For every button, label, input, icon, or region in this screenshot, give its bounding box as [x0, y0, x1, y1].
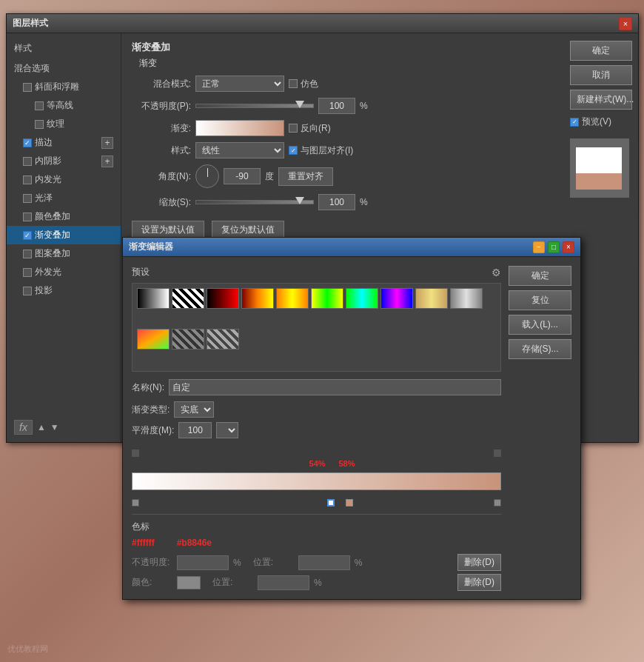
color-delete-button[interactable]: 删除(D) — [457, 574, 501, 591]
pattern-overlay-checkbox[interactable] — [23, 250, 32, 258]
preview-checkbox[interactable]: ✓ — [570, 118, 579, 127]
preset-yellow-green[interactable] — [311, 288, 343, 309]
preset-black-red[interactable] — [207, 288, 239, 309]
stroke-plus-button[interactable]: + — [101, 137, 113, 149]
opacity-stops-row — [132, 447, 501, 459]
ge-load-button[interactable]: 载入(L)... — [509, 315, 571, 335]
gradient-row: 渐变: 反向(R) — [132, 120, 554, 136]
cancel-button[interactable]: 取消 — [570, 65, 632, 85]
sub-section-title: 渐变 — [132, 57, 554, 70]
stroke-checkbox[interactable]: ✓ — [23, 138, 32, 147]
maximize-button[interactable]: □ — [548, 241, 560, 253]
opacity-stop-left[interactable] — [132, 449, 139, 457]
new-style-button[interactable]: 新建样式(W)... — [570, 90, 632, 110]
fx-button[interactable]: fx — [14, 420, 33, 435]
inner-shadow-checkbox[interactable] — [23, 157, 32, 166]
opacity-delete-button[interactable]: 删除(D) — [457, 554, 501, 571]
contour-label: 等高线 — [47, 99, 73, 112]
preset-blue-purple[interactable] — [380, 288, 413, 309]
inner-shadow-plus-button[interactable]: + — [101, 156, 113, 167]
satin-checkbox[interactable] — [23, 194, 32, 203]
ge-save-button[interactable]: 存储(S)... — [509, 339, 571, 359]
opacity-pos-label: 位置: — [253, 556, 294, 569]
ge-ok-button[interactable]: 确定 — [509, 266, 571, 286]
angle-control[interactable] — [195, 164, 219, 188]
type-select[interactable]: 实底 — [174, 401, 214, 418]
outer-glow-checkbox[interactable] — [23, 268, 32, 277]
smooth-unit-select[interactable]: % — [216, 422, 238, 438]
align-checkbox[interactable]: ✓ — [289, 146, 298, 155]
color-stop-right[interactable] — [494, 499, 501, 506]
name-input[interactable] — [169, 379, 501, 395]
sidebar-item-contour[interactable]: 等高线 — [7, 96, 121, 115]
minimize-button[interactable]: − — [533, 241, 545, 253]
inner-glow-label: 内发光 — [35, 173, 61, 186]
preset-cyan[interactable] — [346, 288, 378, 309]
scale-slider[interactable] — [195, 200, 314, 204]
move-down-button[interactable]: ▼ — [50, 422, 59, 432]
gradient-editor-close-button[interactable]: × — [563, 241, 574, 253]
dither-checkbox[interactable] — [289, 79, 298, 88]
sidebar-item-color-overlay[interactable]: 颜色叠加 — [7, 207, 121, 226]
preset-bw[interactable] — [137, 288, 170, 309]
preset-orange-yellow[interactable] — [276, 288, 309, 309]
sidebar-item-inner-glow[interactable]: 内发光 — [7, 170, 121, 189]
layer-style-close-button[interactable]: × — [619, 17, 632, 30]
gear-icon[interactable]: ⚙ — [492, 267, 501, 278]
color-overlay-checkbox[interactable] — [23, 213, 32, 221]
sidebar-item-bevel[interactable]: 斜面和浮雕 — [7, 78, 121, 96]
sidebar-item-gradient-overlay[interactable]: ✓ 渐变叠加 — [7, 226, 121, 244]
smooth-input[interactable] — [178, 422, 212, 438]
sidebar-item-drop-shadow[interactable]: 投影 — [7, 281, 121, 300]
gradient-swatch[interactable] — [195, 120, 284, 136]
bevel-checkbox[interactable] — [23, 83, 32, 92]
preset-silver[interactable] — [450, 288, 483, 309]
opacity-prop-input[interactable] — [177, 555, 229, 570]
gradient-bar[interactable] — [132, 472, 501, 490]
opacity-stop-right[interactable] — [494, 449, 501, 457]
preset-warm[interactable] — [241, 288, 274, 309]
preview-box — [570, 138, 629, 198]
blend-mode-row: 混合模式: 正常 仿色 — [132, 76, 554, 92]
style-select[interactable]: 线性 — [195, 142, 284, 158]
inner-glow-checkbox[interactable] — [23, 175, 32, 184]
presets-label: 预设 — [132, 266, 150, 278]
drop-shadow-checkbox[interactable] — [23, 287, 32, 295]
preset-gold[interactable] — [415, 288, 448, 309]
opacity-input[interactable] — [318, 98, 355, 114]
sidebar-item-texture[interactable]: 纹理 — [7, 115, 121, 133]
preset-transparent[interactable] — [172, 288, 204, 309]
blend-mode-select[interactable]: 正常 — [195, 76, 284, 92]
texture-checkbox[interactable] — [35, 120, 44, 129]
preset-stripe[interactable] — [172, 329, 204, 350]
reset-align-button[interactable]: 重置对齐 — [278, 167, 333, 186]
ge-reset-button[interactable]: 复位 — [509, 290, 571, 310]
color-stop-mid2[interactable] — [346, 499, 353, 506]
scale-input[interactable] — [318, 194, 355, 210]
opacity-pos-input[interactable] — [298, 555, 350, 570]
color-swatch[interactable] — [177, 576, 201, 589]
reverse-checkbox[interactable] — [289, 124, 298, 133]
scale-thumb[interactable] — [295, 197, 304, 204]
sidebar-item-stroke[interactable]: ✓ 描边 + — [7, 133, 121, 152]
ok-button[interactable]: 确定 — [570, 41, 632, 61]
angle-input[interactable] — [224, 168, 261, 184]
gradient-overlay-checkbox[interactable]: ✓ — [23, 231, 32, 240]
opacity-thumb[interactable] — [295, 101, 304, 108]
contour-checkbox[interactable] — [35, 101, 44, 110]
sidebar-item-inner-shadow[interactable]: 内阴影 + — [7, 152, 121, 170]
angle-label: 角度(N): — [132, 170, 191, 183]
sidebar-item-satin[interactable]: 光泽 — [7, 189, 121, 207]
sidebar-blend-options[interactable]: 混合选项 — [7, 59, 121, 78]
style-row-label: 样式: — [132, 144, 191, 157]
color-pos-input[interactable] — [258, 575, 309, 590]
move-up-button[interactable]: ▲ — [37, 422, 46, 432]
color-stop-left[interactable] — [132, 499, 139, 506]
sidebar-blend-label: 混合选项 — [14, 62, 50, 75]
opacity-slider[interactable] — [195, 104, 314, 108]
preset-rainbow[interactable] — [137, 329, 170, 350]
sidebar-item-pattern-overlay[interactable]: 图案叠加 — [7, 244, 121, 263]
color-stop-mid1[interactable] — [327, 499, 335, 506]
sidebar-item-outer-glow[interactable]: 外发光 — [7, 263, 121, 281]
preset-transparent-stripe[interactable] — [207, 329, 239, 350]
